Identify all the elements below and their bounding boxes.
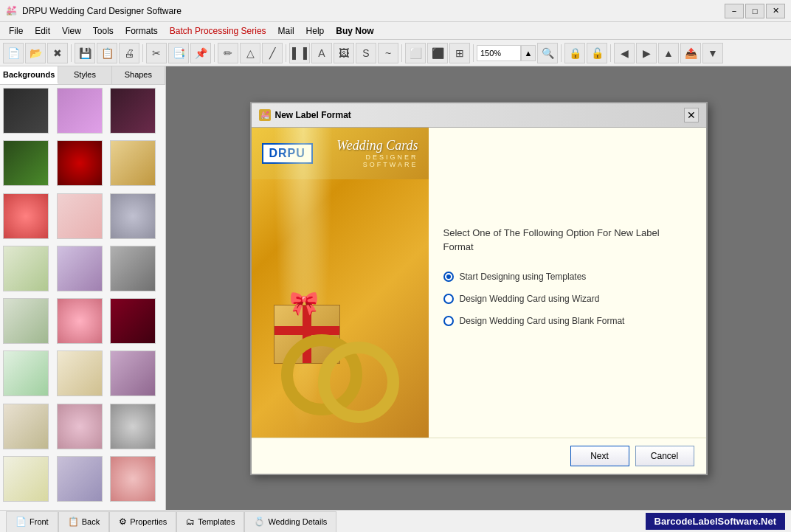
bg-thumb-23[interactable] [57, 456, 103, 502]
bg-thumb-18[interactable] [110, 350, 156, 396]
sep4 [286, 44, 286, 62]
gift-ribbon-h [274, 326, 339, 335]
bg-thumb-19[interactable] [3, 404, 49, 449]
copy-button[interactable]: 📑 [168, 43, 189, 63]
print-button[interactable]: 🖨 [119, 43, 139, 63]
bg-thumb-14[interactable] [57, 298, 103, 344]
menu-mail[interactable]: Mail [272, 24, 300, 38]
menu-bar: File Edit View Tools Formats Batch Proce… [0, 22, 791, 40]
bg-thumb-12[interactable] [110, 246, 156, 291]
bg-thumb-3[interactable] [110, 88, 156, 134]
radio-option-blank[interactable]: Design Wedding Card using Blank Format [443, 316, 691, 326]
radio-option-wizard[interactable]: Design Wedding Card using Wizard [443, 294, 691, 304]
dialog-header-band: DRPU Wedding Cards DESIGNER SOFTWARE [252, 128, 429, 179]
lock-button[interactable]: 🔒 [564, 43, 585, 63]
zoom-input[interactable] [477, 45, 521, 61]
export-button[interactable]: 📤 [680, 43, 701, 63]
panel-tabs: Backgrounds Styles Shapes [0, 66, 165, 85]
symbol-button[interactable]: S [356, 43, 376, 63]
radio-wizard[interactable] [443, 294, 454, 304]
frame-button[interactable]: ⬜ [405, 43, 426, 63]
text-button[interactable]: A [311, 43, 332, 63]
border-button[interactable]: ⬛ [427, 43, 448, 63]
status-tab-templates[interactable]: 🗂 Templates [176, 511, 244, 532]
status-tab-front-label: Front [30, 517, 49, 526]
image-button[interactable]: 🖼 [334, 43, 354, 63]
radio-option-templates[interactable]: Start Designing using Templates [443, 272, 691, 282]
bg-thumb-24[interactable] [110, 456, 156, 502]
ring-2 [318, 342, 399, 423]
status-bar: 📄 Front 📋 Back ⚙ Properties 🗂 Templates … [0, 510, 791, 532]
save-button[interactable]: 💾 [75, 43, 95, 63]
dialog-close-button[interactable]: ✕ [684, 108, 699, 122]
unlock-button[interactable]: 🔓 [587, 43, 607, 63]
bg-thumb-17[interactable] [57, 350, 103, 396]
bg-thumb-9[interactable] [110, 193, 156, 239]
menu-formats[interactable]: Formats [120, 24, 164, 38]
next-button[interactable]: Next [570, 446, 629, 466]
app-icon: 💒 [6, 5, 18, 17]
bg-thumb-5[interactable] [57, 140, 103, 186]
forward-button[interactable]: ▶ [636, 43, 657, 63]
up-button[interactable]: ▲ [658, 43, 679, 63]
bg-thumb-21[interactable] [110, 404, 156, 449]
radio-blank[interactable] [443, 316, 454, 326]
bg-thumb-4[interactable] [3, 140, 49, 186]
back-button[interactable]: ◀ [614, 43, 635, 63]
zoom-in-button[interactable]: ▲ [521, 45, 536, 61]
bg-thumb-1[interactable] [3, 88, 49, 134]
tab-backgrounds[interactable]: Backgrounds [0, 66, 58, 84]
dialog-body: DRPU Wedding Cards DESIGNER SOFTWARE [252, 128, 706, 438]
bg-thumb-8[interactable] [57, 193, 103, 239]
line-button[interactable]: ╱ [262, 43, 283, 63]
menu-view[interactable]: View [56, 24, 87, 38]
dialog-titlebar: 💒 New Label Format ✕ [252, 103, 706, 128]
save-as-button[interactable]: 📋 [97, 43, 117, 63]
dialog-right: Select One of The Following Option For N… [429, 128, 706, 438]
bg-thumb-10[interactable] [3, 246, 49, 291]
status-tab-back[interactable]: 📋 Back [58, 511, 109, 532]
maximize-button[interactable]: □ [745, 4, 764, 18]
zoom-out-button[interactable]: 🔍 [537, 43, 558, 63]
radio-templates[interactable] [443, 272, 454, 282]
table-button[interactable]: ⊞ [449, 43, 470, 63]
menu-help[interactable]: Help [300, 24, 331, 38]
close-doc-button[interactable]: ✖ [47, 43, 68, 63]
bg-thumb-16[interactable] [3, 350, 49, 396]
shape-button[interactable]: △ [240, 43, 260, 63]
bg-thumb-22[interactable] [3, 456, 49, 502]
radio-templates-label: Start Designing using Templates [460, 272, 587, 282]
signature-button[interactable]: ~ [378, 43, 398, 63]
new-button[interactable]: 📄 [3, 43, 24, 63]
close-button[interactable]: ✕ [766, 4, 785, 18]
open-button[interactable]: 📂 [25, 43, 46, 63]
cancel-button[interactable]: Cancel [635, 446, 694, 466]
menu-batch[interactable]: Batch Processing Series [164, 24, 272, 38]
tab-styles[interactable]: Styles [58, 66, 111, 84]
bg-thumb-13[interactable] [3, 298, 49, 344]
status-tab-wedding-details[interactable]: 💍 Wedding Details [244, 511, 336, 532]
cut-button[interactable]: ✂ [146, 43, 167, 63]
status-tab-properties[interactable]: ⚙ Properties [109, 511, 176, 532]
barcode-button[interactable]: ▌▐ [289, 43, 310, 63]
tab-shapes[interactable]: Shapes [112, 66, 165, 84]
bg-thumb-2[interactable] [57, 88, 103, 134]
bg-thumb-6[interactable] [110, 140, 156, 186]
front-icon: 📄 [15, 517, 27, 527]
draw-button[interactable]: ✏ [218, 43, 238, 63]
bg-thumb-11[interactable] [57, 246, 103, 291]
down-button[interactable]: ▼ [702, 43, 723, 63]
menu-edit[interactable]: Edit [29, 24, 56, 38]
bg-thumb-20[interactable] [57, 404, 103, 449]
menu-file[interactable]: File [3, 24, 29, 38]
bg-thumb-7[interactable] [3, 193, 49, 239]
menu-buy[interactable]: Buy Now [330, 24, 379, 38]
minimize-button[interactable]: − [725, 4, 744, 18]
radio-blank-label: Design Wedding Card using Blank Format [460, 316, 625, 326]
status-tab-front[interactable]: 📄 Front [6, 511, 58, 532]
dialog-overlay: 💒 New Label Format ✕ DRPU Wedding Cards [166, 66, 791, 510]
sep1 [71, 44, 72, 62]
paste-button[interactable]: 📌 [190, 43, 211, 63]
bg-thumb-15[interactable] [110, 298, 156, 344]
menu-tools[interactable]: Tools [87, 24, 120, 38]
